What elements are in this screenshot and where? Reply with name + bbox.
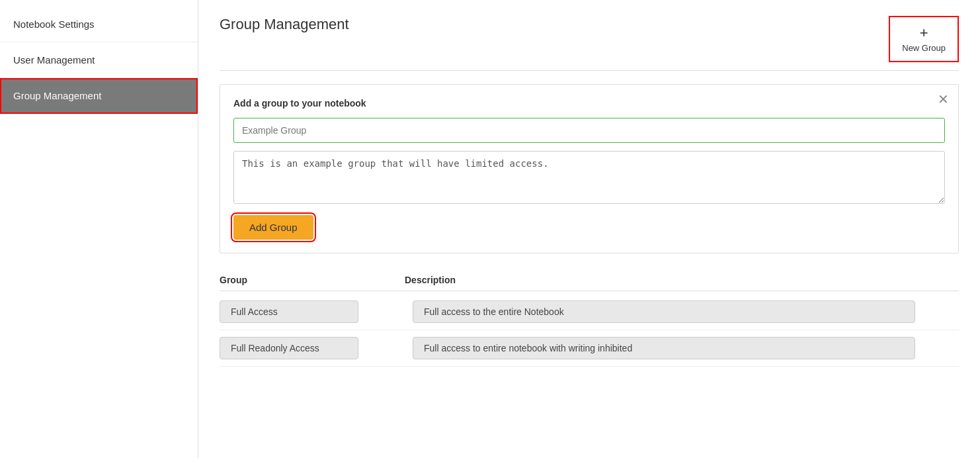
groups-table: Group Description Full Access Full acces… — [220, 269, 959, 367]
group-cell: Full Access — [220, 300, 405, 323]
header-row: Group Management + New Group — [220, 16, 959, 71]
main-content: Group Management + New Group Add a group… — [198, 0, 980, 458]
add-group-form: Add a group to your notebook ✕ This is a… — [220, 84, 959, 253]
sidebar-item-user-management[interactable]: User Management — [0, 42, 198, 78]
group-name-input[interactable] — [233, 118, 945, 143]
close-button[interactable]: ✕ — [938, 93, 949, 106]
form-section-title: Add a group to your notebook — [233, 98, 945, 109]
plus-icon: + — [920, 26, 928, 40]
column-header-description: Description — [405, 275, 959, 285]
sidebar-item-group-management[interactable]: Group Management — [0, 78, 198, 114]
sidebar: Notebook Settings User Management Group … — [0, 0, 198, 458]
description-cell: Full access to entire notebook with writ… — [413, 337, 959, 359]
group-cell: Full Readonly Access — [220, 337, 405, 359]
sidebar-item-notebook-settings[interactable]: Notebook Settings — [0, 7, 198, 42]
group-description-textarea[interactable]: This is an example group that will have … — [233, 151, 945, 204]
description-cell: Full access to the entire Notebook — [413, 300, 959, 323]
add-group-button[interactable]: Add Group — [233, 215, 313, 240]
new-group-label: New Group — [902, 43, 946, 53]
group-name-tag[interactable]: Full Access — [220, 300, 358, 323]
table-header: Group Description — [220, 269, 959, 291]
group-name-tag[interactable]: Full Readonly Access — [220, 337, 358, 359]
page-title: Group Management — [220, 16, 349, 33]
table-row: Full Readonly Access Full access to enti… — [220, 330, 959, 367]
new-group-button[interactable]: + New Group — [889, 16, 959, 62]
table-row: Full Access Full access to the entire No… — [220, 294, 959, 330]
description-tag: Full access to entire notebook with writ… — [413, 337, 915, 359]
column-header-group: Group — [220, 275, 405, 285]
description-tag: Full access to the entire Notebook — [413, 300, 915, 323]
